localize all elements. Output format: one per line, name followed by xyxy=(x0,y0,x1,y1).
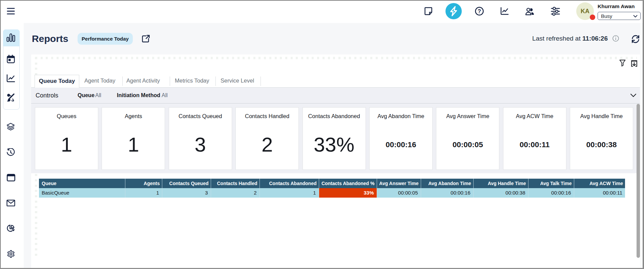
svg-text:?: ? xyxy=(478,8,481,14)
